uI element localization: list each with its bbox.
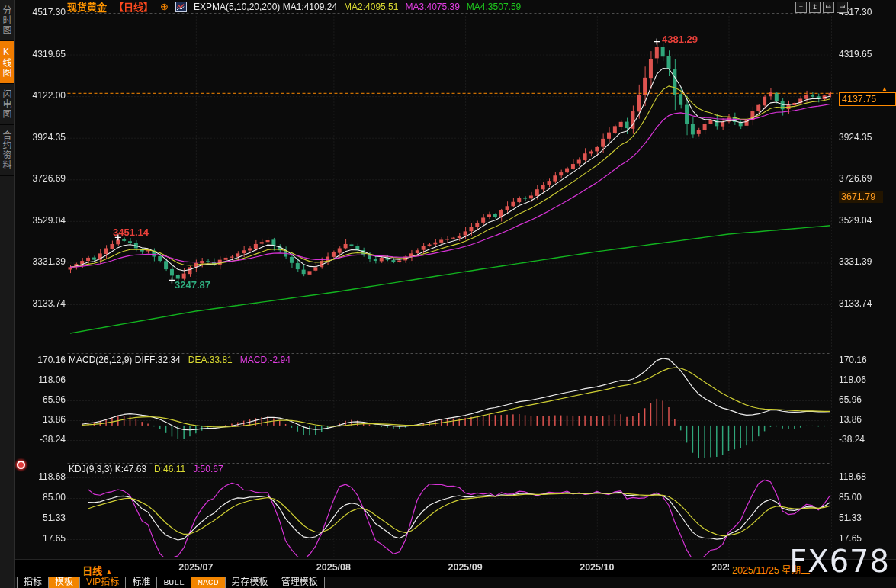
kdj-axis-label: 85.00 bbox=[839, 492, 862, 503]
price-chart-canvas[interactable] bbox=[0, 0, 896, 588]
watermark: FX678 bbox=[789, 544, 890, 579]
layout-grid-icon[interactable]: + bbox=[795, 2, 807, 13]
macd-axis-label: -38.24 bbox=[839, 434, 865, 445]
sidebar-item-contract-info[interactable]: 合约资料 bbox=[0, 125, 14, 176]
macd-panel-title: MACD(26,12,9) DIFF:32.34 DEA:33.81 MACD:… bbox=[69, 355, 291, 365]
toolbar-item-macd[interactable]: MACD bbox=[191, 577, 226, 588]
macd-axis-label: 118.06 bbox=[839, 374, 866, 385]
scale-up-icon[interactable]: ↥ bbox=[809, 2, 821, 13]
price-axis-label: 4517.30 bbox=[15, 7, 66, 18]
alarm-dot-icon[interactable] bbox=[17, 461, 25, 469]
toolbar-item-templates[interactable]: 模板 bbox=[49, 577, 80, 588]
price-axis-label: 4319.65 bbox=[839, 49, 872, 59]
price-axis-label: 3924.35 bbox=[15, 132, 66, 143]
toolbar-item-manage-template[interactable]: 管理模板 bbox=[275, 577, 325, 588]
ma2-value: MA2:4095.51 bbox=[344, 2, 398, 12]
pan-right-icon[interactable]: ⇥ bbox=[837, 2, 848, 13]
month-tick-label: 2025/07 bbox=[178, 562, 213, 573]
indicator-label: EXPMA(5,10,20,200) MA1:4109.24 bbox=[194, 2, 337, 12]
mini-chart-icon[interactable] bbox=[175, 2, 187, 12]
sidebar: 分时图 K线图 闪电图 合约资料 bbox=[0, 0, 15, 588]
macd-axis-label: 13.86 bbox=[839, 414, 862, 425]
month-tick-label: 2025/08 bbox=[316, 562, 351, 573]
macd-axis-label: -38.24 bbox=[15, 434, 66, 445]
macd-axis-label: 13.86 bbox=[15, 414, 66, 425]
macd-title: MACD(26,12,9) DIFF:32.34 bbox=[69, 355, 181, 365]
macd-value: MACD:-2.94 bbox=[240, 355, 291, 365]
sidebar-item-tick-chart[interactable]: 闪电图 bbox=[0, 84, 14, 125]
macd-axis-label: 170.16 bbox=[15, 355, 66, 365]
scale-right-icon[interactable]: ↦ bbox=[823, 2, 834, 13]
kdj-d-value: D:46.11 bbox=[154, 464, 185, 474]
ma3-value: MA3:4075.39 bbox=[405, 2, 459, 12]
price-axis-label: 3529.04 bbox=[839, 215, 872, 226]
toolbar-item-indicators[interactable]: 指标 bbox=[17, 577, 49, 588]
month-tick-label: 2025/09 bbox=[448, 562, 483, 573]
add-indicator-icon[interactable]: ⊕ bbox=[160, 1, 169, 12]
price-axis-label: 3726.69 bbox=[839, 173, 872, 184]
macd-axis-label: 170.16 bbox=[839, 355, 867, 365]
bottom-toolbar: 指标 模板 VIP指标 标准 BULL MACD 另存模板 管理模板 bbox=[17, 577, 325, 588]
sidebar-item-candle-chart[interactable]: K线图 bbox=[0, 41, 14, 84]
june-low-annotation: 3247.87 bbox=[175, 279, 210, 291]
window-controls: + ↥ ↦ ⇥ bbox=[795, 2, 848, 13]
macd-axis-label: 65.96 bbox=[15, 394, 66, 405]
kdj-panel-title: KDJ(9,3,3) K:47.63 D:46.11 J:50.67 bbox=[69, 464, 223, 474]
kdj-title: KDJ(9,3,3) K:47.63 bbox=[69, 464, 146, 474]
peak-high-annotation: 4381.29 bbox=[662, 34, 698, 45]
kdj-axis-label: 51.33 bbox=[839, 512, 862, 523]
toolbar-item-standard[interactable]: 标准 bbox=[126, 577, 157, 588]
kdj-axis-label: 118.68 bbox=[15, 471, 66, 482]
reference-price-label: 3671.79 bbox=[839, 191, 883, 203]
price-axis-label: 3924.35 bbox=[839, 132, 872, 143]
price-axis-label: 3331.39 bbox=[839, 256, 872, 267]
kdj-axis-label: 85.00 bbox=[15, 492, 66, 503]
macd-axis-label: 65.96 bbox=[839, 394, 862, 405]
current-price-label: 4137.75 bbox=[839, 92, 896, 106]
price-axis-label: 3529.04 bbox=[15, 215, 66, 226]
toolbar-item-vip-indicators[interactable]: VIP指标 bbox=[80, 577, 126, 588]
kdj-axis-label: 118.68 bbox=[839, 471, 866, 482]
price-axis-label: 3133.74 bbox=[15, 298, 66, 309]
toolbar-item-save-template[interactable]: 另存模板 bbox=[226, 577, 275, 588]
price-axis-label: 4122.00 bbox=[15, 90, 66, 101]
price-axis-label: 4319.65 bbox=[15, 49, 66, 59]
kdj-axis-label: 17.65 bbox=[839, 533, 862, 544]
june-high-annotation: 3451.14 bbox=[113, 227, 149, 238]
period-selector[interactable]: 日线 ▲ bbox=[82, 563, 113, 577]
price-axis-label: 3331.39 bbox=[15, 256, 66, 267]
toolbar-item-bull[interactable]: BULL bbox=[157, 577, 191, 588]
macd-axis-label: 118.06 bbox=[15, 374, 66, 385]
sidebar-item-timeline-chart[interactable]: 分时图 bbox=[0, 0, 14, 41]
kdj-j-value: J:50.67 bbox=[193, 464, 223, 474]
month-tick-label: 2025/10 bbox=[580, 562, 614, 573]
symbol-name: 现货黄金 bbox=[67, 0, 107, 14]
chart-header: 现货黄金 【日线】 ⊕ EXPMA(5,10,20,200) MA1:4109.… bbox=[67, 0, 521, 13]
price-axis-label: 3133.74 bbox=[839, 298, 872, 309]
kdj-axis-label: 51.33 bbox=[15, 512, 66, 523]
period-tag: 【日线】 bbox=[114, 0, 153, 14]
macd-dea-value: DEA:33.81 bbox=[188, 355, 233, 365]
ma4-value: MA4:3507.59 bbox=[467, 2, 521, 12]
price-axis-label: 3726.69 bbox=[15, 173, 66, 184]
kdj-axis-label: 17.65 bbox=[15, 533, 66, 544]
